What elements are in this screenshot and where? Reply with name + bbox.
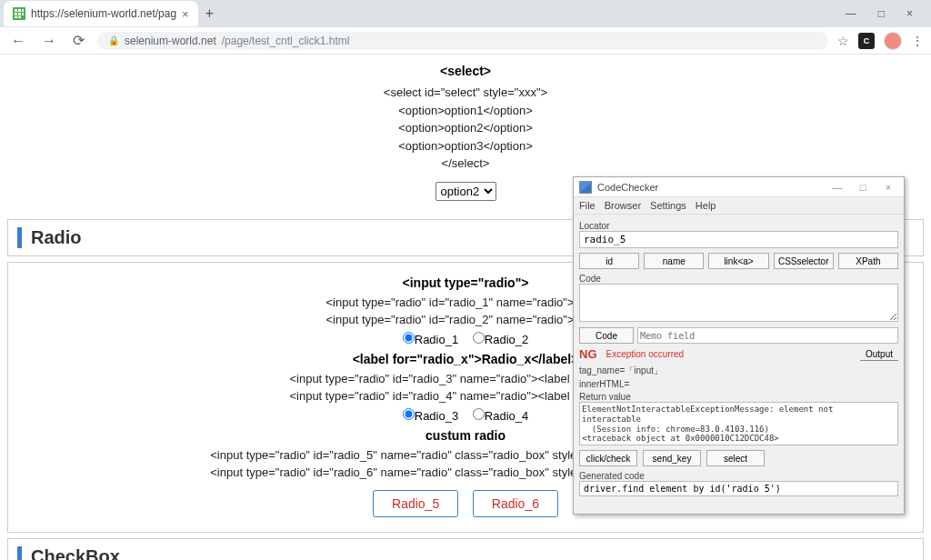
- cc-btn-id[interactable]: id: [579, 253, 639, 269]
- bookmark-icon[interactable]: ☆: [837, 34, 849, 48]
- window-maximize-button[interactable]: □: [875, 5, 888, 22]
- tab-bar: https://selenium-world.net/pag × + — □ ×: [0, 0, 931, 27]
- radio-input-2[interactable]: [473, 332, 485, 344]
- cc-maximize-button[interactable]: □: [853, 182, 873, 193]
- svg-rect-3: [22, 9, 24, 12]
- profile-avatar[interactable]: [884, 32, 902, 50]
- cc-ng-status: NG: [579, 347, 597, 361]
- cc-return-value[interactable]: ElementNotInteractableExceptionMessage: …: [579, 402, 898, 445]
- cc-code-row: Code: [579, 327, 898, 344]
- cc-body: Locator id name link<a> CSSselector XPat…: [574, 215, 904, 500]
- select-dropdown[interactable]: option1option2option3: [435, 182, 496, 201]
- cc-tagname: tag_name=「input」: [579, 365, 898, 377]
- codechecker-window[interactable]: CodeChecker — □ × File Browser Settings …: [573, 176, 905, 515]
- radio-3-label: Radio_3: [415, 409, 458, 423]
- svg-rect-8: [18, 16, 21, 18]
- cc-output-button[interactable]: Output: [860, 348, 898, 361]
- svg-rect-5: [18, 13, 21, 15]
- cc-btn-xpath[interactable]: XPath: [838, 253, 898, 269]
- url-path: /page/test_cntl_click1.html: [222, 35, 350, 47]
- cc-btn-click[interactable]: click/check: [579, 450, 637, 466]
- cc-locator-input[interactable]: [579, 231, 898, 248]
- nav-right-controls: ☆ C ⋮: [837, 32, 924, 50]
- cc-menu-help[interactable]: Help: [696, 200, 716, 211]
- cc-window-controls: — □ ×: [827, 182, 898, 193]
- cc-menu-settings[interactable]: Settings: [650, 200, 686, 211]
- cc-gen-input[interactable]: [579, 481, 898, 496]
- checkbox-title: CheckBox: [17, 546, 914, 561]
- radio-6-button[interactable]: Radio_6: [473, 490, 558, 517]
- cc-code-label: Code: [579, 274, 898, 284]
- nav-back-button[interactable]: ←: [7, 31, 29, 51]
- close-icon[interactable]: ×: [182, 7, 189, 21]
- cc-exception-msg: Exception occurred: [606, 349, 685, 359]
- svg-rect-7: [15, 16, 17, 18]
- cc-btn-code[interactable]: Code: [579, 327, 634, 344]
- radio-input-3[interactable]: [403, 408, 415, 420]
- radio-3[interactable]: Radio_3: [403, 409, 458, 423]
- cc-return-label: Return value: [579, 392, 898, 402]
- cc-menu-bar: File Browser Settings Help: [574, 197, 904, 215]
- cc-menu-file[interactable]: File: [579, 200, 596, 211]
- cc-app-icon: [579, 181, 592, 194]
- cc-titlebar[interactable]: CodeChecker — □ ×: [574, 177, 904, 197]
- cc-locator-label: Locator: [579, 221, 898, 231]
- menu-icon[interactable]: ⋮: [911, 34, 924, 48]
- radio-input-4[interactable]: [473, 408, 485, 420]
- cc-minimize-button[interactable]: —: [827, 182, 847, 193]
- favicon: [13, 7, 25, 20]
- code-line: <option>option1</option>: [7, 102, 924, 120]
- browser-tab[interactable]: https://selenium-world.net/pag ×: [4, 1, 198, 26]
- cc-menu-browser[interactable]: Browser: [605, 200, 641, 211]
- cc-locator-buttons: id name link<a> CSSselector XPath: [579, 253, 898, 269]
- url-host: selenium-world.net: [125, 35, 216, 47]
- nav-forward-button[interactable]: →: [38, 31, 60, 51]
- radio-5-button[interactable]: Radio_5: [373, 490, 458, 517]
- cc-btn-sendkey[interactable]: send_key: [643, 450, 701, 466]
- radio-4[interactable]: Radio_4: [473, 409, 528, 423]
- cc-btn-css[interactable]: CSSselector: [774, 253, 834, 269]
- svg-rect-6: [22, 13, 24, 15]
- cc-close-button[interactable]: ×: [878, 182, 898, 193]
- cc-innerhtml: innerHTML=: [579, 379, 898, 389]
- browser-chrome: https://selenium-world.net/pag × + — □ ×…: [0, 0, 931, 55]
- window-controls: — □ ×: [842, 5, 927, 22]
- nav-reload-button[interactable]: ⟳: [69, 30, 88, 51]
- cc-memo-input[interactable]: [637, 327, 898, 344]
- select-heading: <select>: [7, 64, 924, 78]
- cc-btn-link[interactable]: link<a>: [708, 253, 768, 269]
- cc-btn-name[interactable]: name: [644, 253, 704, 269]
- cc-btn-select[interactable]: select: [706, 450, 765, 466]
- code-line: </select>: [7, 155, 924, 173]
- lock-icon: 🔒: [108, 35, 119, 45]
- cc-gen-label: Generated code: [579, 471, 898, 481]
- radio-1-label: Radio_1: [415, 333, 458, 346]
- svg-rect-4: [15, 13, 17, 15]
- code-line: <option>option2</option>: [7, 119, 924, 137]
- svg-rect-1: [15, 9, 17, 12]
- radio-input-1[interactable]: [403, 332, 415, 344]
- cc-result-row: NG Exception occurred Output: [579, 347, 898, 361]
- url-bar[interactable]: 🔒 selenium-world.net/page/test_cntl_clic…: [97, 32, 828, 50]
- code-line: <select id="select" style="xxx">: [7, 84, 924, 102]
- code-line: <option>option3</option>: [7, 137, 924, 155]
- radio-4-label: Radio_4: [485, 409, 528, 423]
- tab-title: https://selenium-world.net/pag: [31, 7, 176, 20]
- radio-2-label: Radio_2: [485, 333, 528, 346]
- checkbox-section-header: CheckBox: [7, 538, 924, 561]
- new-tab-button[interactable]: +: [198, 2, 221, 25]
- radio-1[interactable]: Radio_1: [403, 333, 458, 346]
- window-minimize-button[interactable]: —: [842, 5, 860, 22]
- radio-2[interactable]: Radio_2: [473, 333, 528, 346]
- select-code-block: <select id="select" style="xxx"> <option…: [7, 84, 924, 173]
- svg-rect-2: [18, 9, 21, 12]
- cc-title: CodeChecker: [597, 182, 658, 193]
- cc-code-textarea[interactable]: [579, 284, 898, 322]
- cc-action-buttons: click/check send_key select: [579, 450, 898, 466]
- nav-bar: ← → ⟳ 🔒 selenium-world.net/page/test_cnt…: [0, 27, 931, 55]
- extension-icon[interactable]: C: [858, 33, 875, 49]
- window-close-button[interactable]: ×: [903, 5, 916, 22]
